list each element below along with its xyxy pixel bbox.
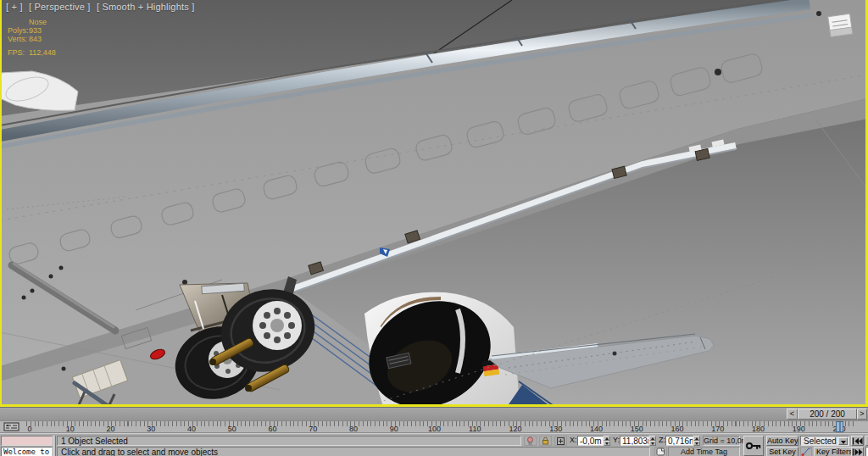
stat-verts-label: Verts: (8, 35, 29, 43)
current-frame-marker[interactable] (836, 421, 843, 432)
ruler-tick-label: 40 (187, 425, 196, 433)
x-coordinate-label: X: (570, 436, 577, 444)
time-slider-handle[interactable]: 200 / 200 (798, 409, 857, 420)
stat-verts-value: 843 (29, 35, 42, 43)
x-spinner-down[interactable] (604, 441, 610, 446)
go-to-start-button[interactable] (851, 436, 864, 446)
status-line: 1 Object Selected (57, 436, 521, 446)
ruler-tick-label: 140 (590, 425, 603, 433)
ruler-tick-label: 150 (631, 425, 643, 433)
y-spinner[interactable] (649, 436, 656, 446)
ruler-tick-label: 170 (711, 425, 724, 433)
z-spinner[interactable] (693, 436, 700, 446)
transform-typein-mode-button[interactable] (554, 436, 567, 446)
ruler-tick-label: 70 (309, 425, 317, 433)
z-coordinate-field[interactable]: 0,716m (665, 436, 693, 446)
absolute-mode-icon (556, 437, 565, 446)
viewport-pov-menu[interactable]: [ Perspective ] (29, 2, 91, 12)
grid-size-display: Grid = 10,0m (703, 436, 740, 446)
tangent-curve-icon (801, 448, 811, 456)
viewport-canvas[interactable] (0, 0, 868, 407)
isolate-selection-button[interactable] (524, 436, 537, 446)
stat-fps-label: FPS: (8, 48, 29, 57)
ruler-tick-label: 180 (752, 425, 765, 433)
ruler-tick-label: 120 (509, 425, 521, 433)
ruler-tick-label: 20 (106, 425, 114, 433)
x-spinner[interactable] (604, 436, 610, 446)
key-icon (745, 441, 762, 451)
set-key-button[interactable]: Set Key (766, 447, 798, 456)
ruler-tick-label: 80 (349, 425, 358, 433)
lightbulb-icon (526, 437, 535, 445)
ruler-tick-label: 160 (670, 425, 683, 433)
active-viewport-border-left (0, 0, 2, 407)
go-to-end-icon (852, 448, 863, 456)
time-tag-button[interactable] (654, 447, 667, 456)
fuselage-equipment-box (828, 14, 853, 36)
z-spinner-down[interactable] (693, 441, 700, 446)
track-bar[interactable]: 0102030405060708090100110120130140150160… (0, 420, 868, 433)
y-coordinate-label: Y: (613, 436, 620, 444)
ruler-tick-label: 190 (793, 425, 805, 433)
perspective-viewport[interactable]: [ + ] [ Perspective ] [ Smooth + Highlig… (0, 0, 868, 407)
default-tangent-button[interactable] (800, 447, 812, 456)
selection-set-value: Selected (804, 437, 837, 446)
z-coordinate-label: Z: (659, 436, 665, 444)
listener-splitter[interactable] (53, 436, 56, 456)
lock-icon (541, 437, 550, 445)
maxscript-listener-white[interactable]: Welcome to M (1, 447, 53, 456)
viewport-statistics: Nose Polys:933 Verts:843 FPS:112,448 (8, 18, 56, 57)
prompt-line: Click and drag to select and move object… (57, 447, 650, 456)
set-keys-button[interactable] (743, 436, 764, 456)
stat-polys-label: Polys: (8, 26, 29, 35)
trackbar-labels: 0102030405060708090100110120130140150160… (0, 421, 868, 434)
y-coordinate-field[interactable]: 11,803m (620, 436, 649, 446)
time-slider-prev-button[interactable]: < (787, 409, 798, 420)
status-bar: Welcome to M 1 Object Selected Click and… (0, 433, 868, 456)
add-time-tag[interactable]: Add Time Tag (668, 447, 740, 456)
ruler-tick-label: 90 (390, 425, 398, 433)
go-to-start-icon (852, 437, 863, 445)
viewport-shading-menu[interactable]: [ Smooth + Highlights ] (97, 2, 195, 12)
ruler-tick-label: 10 (66, 425, 75, 433)
selection-set-dropdown[interactable]: Selected (800, 436, 849, 446)
ruler-tick-label: 30 (147, 425, 155, 433)
maxscript-listener-pink[interactable] (1, 436, 53, 446)
active-viewport-border-bottom (0, 404, 868, 407)
ruler-tick-label: 110 (469, 425, 481, 433)
chevron-down-icon[interactable] (838, 437, 848, 445)
ruler-tick-label: 130 (549, 425, 562, 433)
go-to-end-button[interactable] (851, 447, 864, 456)
viewport-general-menu[interactable]: [ + ] (6, 2, 23, 12)
ruler-tick-label: 100 (428, 425, 441, 433)
x-coordinate-field[interactable]: -0,0m (577, 436, 604, 446)
ruler-tick-label: 50 (228, 425, 236, 433)
stat-object-name: Nose (29, 18, 47, 26)
ruler-tick-label: 0 (27, 425, 31, 433)
viewport-label-bar: [ + ] [ Perspective ] [ Smooth + Highlig… (6, 2, 198, 12)
auto-key-button[interactable]: Auto Key (766, 436, 798, 446)
stat-polys-value: 933 (29, 26, 42, 35)
3dsmax-application-window: { "viewport": { "menus": [ {"label": "[ … (0, 0, 868, 456)
selection-lock-toggle[interactable] (539, 436, 552, 446)
time-tag-icon (656, 448, 665, 456)
time-slider-track[interactable]: < 200 / 200 > (0, 407, 868, 420)
stat-fps-value: 112,448 (29, 48, 56, 57)
ruler-tick-label: 60 (268, 425, 276, 433)
y-spinner-down[interactable] (649, 441, 656, 446)
time-slider-next-button[interactable]: > (857, 409, 867, 420)
